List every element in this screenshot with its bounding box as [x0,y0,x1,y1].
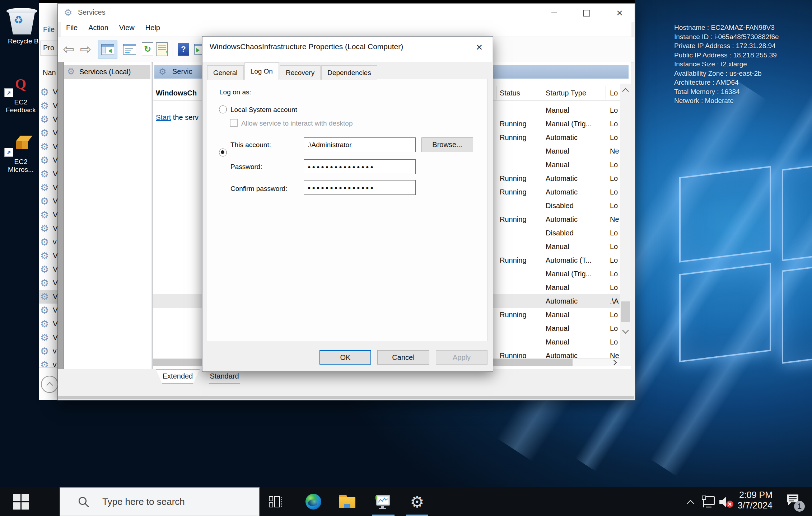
background-window-processes-tab[interactable]: Pro [40,41,58,56]
dialog-title-bar[interactable]: WindowsChaosInfrastructure Properties (L… [202,37,492,62]
background-service-row[interactable]: ⚙ V [39,126,58,140]
cell-startup-type: Manual [546,144,608,158]
tree-item-services-local[interactable]: ⚙ Services (Local) [64,65,150,79]
local-system-radio[interactable] [219,105,227,113]
performance-monitor-icon[interactable] [374,493,391,510]
service-gear-icon: ⚙ [40,305,49,316]
status-bar [58,384,634,397]
cell-log-on-as: Lo [610,131,620,144]
scroll-down-arrow[interactable] [620,325,631,338]
service-gear-icon: ⚙ [40,332,49,343]
network-icon[interactable] [701,495,717,508]
cell-status [500,294,543,308]
background-service-row[interactable]: ⚙ V [39,276,58,290]
dialog-tabs: GeneralLog OnRecoveryDependencies [207,65,378,80]
scroll-up-button[interactable] [41,376,58,393]
background-service-row[interactable]: ⚙ V [39,140,58,154]
background-service-row[interactable]: ⚙ V [39,181,58,194]
settings-gear-icon[interactable]: ⚙ [407,491,427,512]
background-service-row[interactable]: ⚙ V [39,331,58,344]
start-button[interactable] [0,487,42,516]
title-bar[interactable]: ⚙ Services × [58,4,634,22]
view-tab[interactable]: Extended [156,369,200,384]
column-header-log-on-as[interactable]: Lo [610,85,620,100]
service-name-letter: V [53,319,58,328]
column-header-status[interactable]: Status [500,85,539,100]
maximize-button[interactable] [575,4,598,22]
background-service-row[interactable]: ⚙ V [39,290,58,304]
background-service-row[interactable]: ⚙ V [39,249,58,263]
menu-item[interactable]: View [114,22,140,33]
dialog-tab[interactable]: Dependencies [321,65,377,80]
close-icon: × [616,7,623,19]
taskbar-clock[interactable]: 2:09 PM 3/7/2024 [732,490,773,511]
dialog-tab[interactable]: Recovery [280,65,321,80]
background-service-row[interactable]: ⚙ V [39,304,58,317]
background-service-row[interactable]: ⚙ V [39,208,58,222]
column-header-startup-type[interactable]: Startup Type [546,85,605,100]
background-service-row[interactable]: ⚙ V [39,317,58,331]
cell-startup-type: Disabled [546,199,608,212]
menu-item[interactable]: File [61,22,83,33]
forward-icon[interactable]: ⇨ [78,41,94,58]
background-service-row[interactable]: ⚙ v [39,358,58,367]
apply-button[interactable]: Apply [436,350,487,365]
background-window-file-menu[interactable]: File [43,25,55,34]
scroll-up-arrow[interactable] [620,84,631,97]
name-column-header[interactable]: Nan [43,69,56,77]
background-service-row[interactable]: ⚙ V [39,113,58,126]
confirm-password-input[interactable]: ●●●●●●●●●●●●●●● [304,180,416,195]
task-view-icon[interactable] [268,494,284,510]
taskbar-search[interactable]: Type here to search [60,487,260,516]
help-icon[interactable]: ? [176,41,191,58]
browse-button[interactable]: Browse... [421,137,473,152]
hidden-icons-caret[interactable] [684,497,697,507]
password-input[interactable]: ●●●●●●●●●●●●●●● [304,159,416,174]
file-explorer-icon[interactable] [339,495,355,509]
background-service-row[interactable]: ⚙ v [39,235,58,249]
minimize-button[interactable] [543,4,565,22]
log-on-form: Log on as: Local System account Allow se… [202,79,493,341]
desktop-icon-recycle-bin[interactable]: ♻ Recycle Bi [3,6,40,52]
dialog-tab[interactable]: General [207,65,244,80]
close-button[interactable]: × [608,4,631,22]
desktop-icon-ec2-microsoft[interactable]: EC2 Micros... [2,135,39,176]
action-center-icon[interactable]: 1 [785,493,806,512]
ok-button[interactable]: OK [319,350,371,365]
dialog-tab[interactable]: Log On [244,62,279,80]
left-gutter-scrollbar[interactable] [58,62,64,369]
dialog-close-button[interactable]: × [470,39,489,55]
background-service-row[interactable]: ⚙ V [39,85,58,99]
edge-icon[interactable] [305,494,321,510]
background-service-row[interactable]: ⚙ V [39,263,58,276]
icon-label: EC2 [2,98,39,106]
cancel-button[interactable]: Cancel [377,350,429,365]
scroll-right-arrow[interactable] [609,358,620,366]
service-gear-icon: ⚙ [40,155,49,166]
vertical-scroll-thumb[interactable] [621,301,630,322]
background-service-row[interactable]: ⚙ V [39,99,58,113]
desktop-icon-ec2-feedback[interactable]: Q EC2 Feedback [2,75,39,117]
cell-status [500,158,543,172]
service-name-letter: V [53,210,58,219]
background-service-row[interactable]: ⚙ V [39,194,58,208]
refresh-icon[interactable]: ↻ [140,41,155,58]
cell-status: Running [500,185,543,199]
background-service-row[interactable]: ⚙ V [39,167,58,181]
background-service-row[interactable]: ⚙ v [39,344,58,358]
background-service-row[interactable]: ⚙ V [39,154,58,167]
properties-icon[interactable] [122,41,137,58]
interact-desktop-checkbox[interactable] [230,119,238,127]
menu-item[interactable]: Action [83,22,114,33]
this-account-radio[interactable] [219,149,227,156]
account-input[interactable]: .\Administrator [304,137,416,152]
back-icon[interactable]: ⇦ [61,41,76,58]
cell-startup-type: Automatic [546,172,608,185]
background-service-row[interactable]: ⚙ V [39,222,58,235]
show-hide-console-tree-icon[interactable] [98,41,117,58]
export-list-icon[interactable]: → [154,41,170,58]
cell-startup-type: Disabled [546,226,608,240]
confirm-password-label: Confirm password: [230,185,287,193]
vertical-scrollbar[interactable] [620,84,631,366]
menu-item[interactable]: Help [140,22,165,33]
